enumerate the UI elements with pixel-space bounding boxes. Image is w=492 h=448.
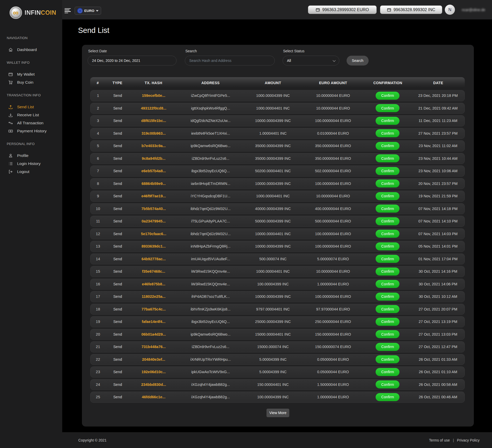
tx-hash-link[interactable]: 68864b59e9...	[130, 182, 178, 186]
confirm-button[interactable]: Confirm	[376, 380, 399, 388]
table-row: 10Send7b5b574a40...ibhdz7qeiQdJz9M32U...…	[90, 203, 465, 214]
confirm-button[interactable]: Confirm	[376, 280, 399, 288]
currency-dropdown[interactable]: EURO	[75, 7, 101, 15]
euro-amount-cell: 97.97000044 EURO	[302, 307, 364, 311]
search-input[interactable]	[185, 56, 275, 66]
tx-hash-link[interactable]: 493122f0cd8...	[130, 106, 178, 110]
tx-hash-link[interactable]: 46fdd66c1e...	[130, 395, 178, 399]
tx-hash-link[interactable]: d8f615fe1bc...	[130, 119, 178, 123]
table-row: 16Sende46fe875b8...iW3Rwd15KQQmv4e...100…	[90, 279, 465, 290]
confirm-button[interactable]: Confirm	[376, 217, 399, 225]
type-cell: Send	[106, 144, 130, 148]
tx-hash-link[interactable]: e6eb57b4a8...	[130, 169, 178, 173]
sidebar-item-profile[interactable]: Profile	[0, 151, 62, 160]
confirm-button[interactable]: Confirm	[376, 330, 399, 338]
tx-hash-link[interactable]: 118022e25a...	[130, 294, 178, 299]
sidebar-item-logout[interactable]: Logout	[0, 168, 62, 176]
tx-hash-link[interactable]: e46f9f7ae19...	[130, 194, 178, 198]
tx-hash-link[interactable]: 204840e3ef...	[130, 357, 178, 362]
euro-amount-cell: 1.00000044 EURO	[302, 282, 364, 286]
row-number: 24	[90, 382, 106, 387]
sidebar-item-send-list[interactable]: Send List	[0, 103, 62, 111]
sidebar-item-receive-list[interactable]: Receive List	[0, 111, 62, 119]
address-cell: imUAUqyd5VUAu8eF...	[177, 257, 244, 261]
confirm-button[interactable]: Confirm	[376, 343, 399, 351]
address-cell: ibhdz7qeiQdJz9M32U...	[177, 207, 244, 211]
menu-toggle-icon[interactable]	[65, 8, 71, 13]
date-range-input[interactable]	[88, 56, 177, 66]
sidebar-item-my-wallet[interactable]: My Wallet	[0, 70, 62, 78]
confirm-button[interactable]: Confirm	[376, 167, 399, 175]
tx-hash-link[interactable]: 06b01a4d29...	[130, 332, 178, 336]
status-filter-label: Select Status	[283, 49, 339, 53]
tx-hash-link[interactable]: 9c8a94fd2b...	[130, 156, 178, 161]
confirm-button[interactable]: Confirm	[376, 393, 399, 401]
confirm-button[interactable]: Confirm	[376, 318, 399, 326]
confirm-button[interactable]: Confirm	[376, 355, 399, 363]
privacy-link[interactable]: Privacy Policy	[457, 438, 480, 442]
tx-hash-link[interactable]: 7b5b574a40...	[130, 207, 178, 211]
row-number: 15	[90, 269, 106, 273]
sidebar-item-buy-coin[interactable]: Buy Coin	[0, 78, 62, 86]
terms-link[interactable]: Terms of use	[429, 438, 450, 442]
tx-hash-link[interactable]: fafae14e4f4...	[130, 320, 178, 324]
inc-balance-button[interactable]: 99636328.999302 INC	[380, 5, 442, 14]
confirm-button[interactable]: Confirm	[376, 242, 399, 250]
table-row: 8Send68864b59e9...iarbn9HvpETmDRMN...100…	[90, 178, 465, 189]
type-cell: Send	[106, 207, 130, 211]
status-select[interactable]: All	[283, 56, 339, 66]
confirm-button[interactable]: Confirm	[376, 92, 399, 100]
euro-amount-cell: 0.01000044 EURO	[302, 131, 364, 135]
tx-hash-link[interactable]: 192e06d10c...	[130, 370, 178, 374]
tx-hash-link[interactable]: b7e4033c9a...	[130, 144, 178, 148]
tx-hash-link[interactable]: 234bbd830d...	[130, 382, 178, 387]
confirm-button[interactable]: Confirm	[376, 117, 399, 125]
confirm-button[interactable]: Confirm	[376, 129, 399, 137]
table-row: 18Send77ba675c4c...ibhVfmKZjs9wK6Kijs8..…	[90, 304, 465, 315]
confirm-button[interactable]: Confirm	[376, 368, 399, 376]
list-icon	[8, 161, 13, 166]
tx-hash-link[interactable]: 5e170cfaac6...	[130, 232, 178, 236]
confirm-button[interactable]: Confirm	[376, 305, 399, 313]
tx-hash-link[interactable]: f35e67468c...	[130, 269, 178, 273]
sidebar-section-items: Send ListReceive ListAll TransactionPaym…	[0, 103, 62, 135]
euro-amount-cell: 500.00000044 EURO	[302, 219, 364, 223]
amount-cell: 10000.00004399 INC	[244, 119, 302, 123]
confirmation-cell: Confirm	[364, 230, 412, 238]
tx-hash-link[interactable]: 8933639dc1...	[130, 244, 178, 248]
row-number: 6	[90, 156, 106, 161]
confirm-button[interactable]: Confirm	[376, 142, 399, 150]
confirmation-cell: Confirm	[364, 142, 412, 150]
avatar[interactable]: N	[445, 5, 455, 15]
confirmation-cell: Confirm	[364, 117, 412, 125]
sidebar-item-all-transaction[interactable]: All Transaction	[0, 119, 62, 127]
amount-cell: 1000.00004401 INC	[244, 106, 302, 110]
confirm-button[interactable]: Confirm	[376, 230, 399, 238]
tx-hash-link[interactable]: 159ecefb0e...	[130, 93, 178, 98]
amount-cell: 15000.000074 INC	[244, 345, 302, 349]
home-icon	[8, 47, 13, 52]
confirm-button[interactable]: Confirm	[376, 154, 399, 162]
tx-hash-link[interactable]: 0a23479945...	[130, 219, 178, 223]
tx-hash-link[interactable]: 77ba675c4c...	[130, 307, 178, 311]
tx-hash-link[interactable]: e46fe875b8...	[130, 282, 178, 286]
search-button[interactable]: Search	[347, 56, 369, 66]
tx-hash-link[interactable]: 731b448a76...	[130, 345, 178, 349]
euro-balance-button[interactable]: 996363.28999302 EURO	[308, 5, 377, 14]
confirm-button[interactable]: Confirm	[376, 293, 399, 301]
view-more-button[interactable]: View More	[266, 409, 289, 417]
person-icon	[8, 153, 13, 158]
sidebar-item-dashboard[interactable]: Dashboard	[0, 46, 62, 54]
tx-hash-link[interactable]: 319c00b963...	[130, 131, 178, 135]
confirm-button[interactable]: Confirm	[376, 268, 399, 276]
confirm-button[interactable]: Confirm	[376, 104, 399, 112]
column-header-address: ADDRESS	[177, 81, 244, 85]
confirm-button[interactable]: Confirm	[376, 179, 399, 187]
sidebar-section-transaction-info: TRANSACTION INFO	[7, 93, 62, 98]
tx-hash-link[interactable]: 64b92778ac...	[130, 257, 178, 261]
confirm-button[interactable]: Confirm	[376, 255, 399, 263]
confirm-button[interactable]: Confirm	[376, 192, 399, 200]
confirm-button[interactable]: Confirm	[376, 205, 399, 213]
sidebar-item-login-history[interactable]: Login History	[0, 160, 62, 168]
sidebar-item-payment-history[interactable]: Payment History	[0, 127, 62, 135]
